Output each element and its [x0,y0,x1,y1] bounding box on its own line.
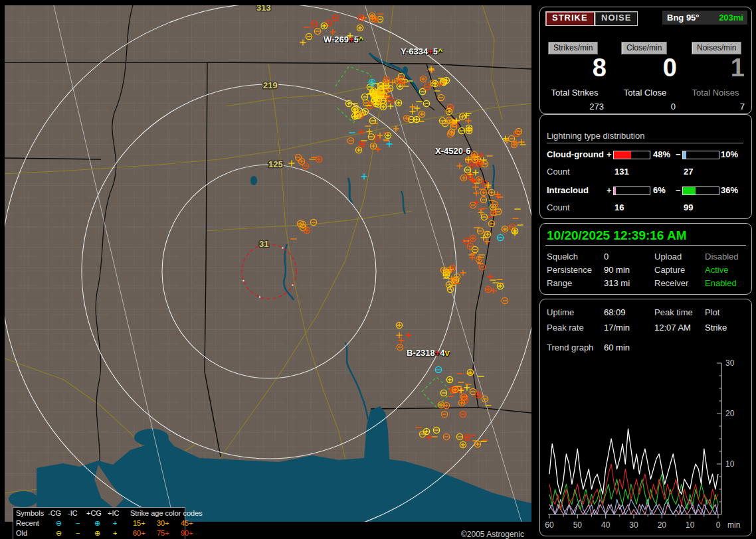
plus-sign: + [607,149,612,159]
legend-age-code: 15+ [133,518,145,528]
trend-graph: 1020306050403020100min [540,358,751,534]
status-value: Enabled [705,278,737,288]
trend-series--cg [549,499,718,514]
status-value: 313 mi [604,278,630,288]
legend-symbol-icon: ⊖ [56,518,62,528]
divider [545,245,746,246]
legend-age-code: 30+ [157,518,169,528]
cg-plus-count: 131 [614,167,629,177]
legend-row-label: Old [16,528,27,538]
ic-count-label: Count [547,202,570,212]
noise-mode-button[interactable]: NOISE [595,11,638,26]
trend-graph-label: Trend graph [547,343,593,352]
strike-mode-button[interactable]: STRIKE [545,11,595,26]
bearing-label: Bng 95° [667,11,700,25]
status-panel: 10/20/2025 12:39:16 AM Squelch0UploadDis… [539,223,752,295]
peak-rate-label: Peak rate [547,323,584,333]
noises-per-min-chip: Noises/min [692,42,741,54]
noises-per-min-value: 1 [681,54,745,82]
plot-label: Plot [705,307,719,317]
ic-plus-pct: 6% [653,185,666,195]
total-strikes-value: 273 [540,102,604,112]
svg-text:125: 125 [268,159,283,169]
uptime-label: Uptime [547,307,574,317]
legend-symbol-icon: ⊕ [94,528,100,538]
status-label-receiver: Receiver [654,278,688,288]
legend-age-title: Strike age color codes [130,508,203,518]
trend-series-total [549,429,718,495]
svg-text:10: 10 [725,459,735,469]
legend-row-label: Recent [16,518,39,528]
distribution-panel: Lightning type distribution Cloud-ground… [539,114,752,219]
svg-text:30: 30 [629,520,638,530]
minus-sign: − [676,185,681,195]
cg-count-label: Count [547,167,570,177]
cg-minus-bar [682,151,719,159]
trend-window-value: 60 min [604,343,630,352]
peak-time-label: Peak time [654,307,693,317]
strikes-per-min-value: 8 [543,54,607,82]
legend-age-code: 45+ [181,518,193,528]
peak-rate-value: 17/min [604,323,630,333]
status-label-range: Range [547,278,572,288]
ic-plus-bar [613,187,650,195]
legend-age-code: 75+ [157,528,169,538]
counter-panel: STRIKE NOISE Bng 95° 203mi Strikes/min C… [539,7,752,114]
map-canvas[interactable]: 12521931331 [5,5,531,522]
status-label-upload: Upload [654,252,682,262]
close-per-min-value: 0 [613,54,677,82]
status-value: 90 min [604,265,630,275]
storm-cell-label: Y-6334+5^ [401,46,443,56]
ic-minus-bar [682,187,719,195]
cg-plus-bar-fill [614,151,631,159]
storm-cell-label: B-2318+4v [407,348,450,358]
svg-text:20: 20 [658,520,667,530]
strike-legend: Symbols -CG -IC +CG +IC Strike age color… [13,507,185,539]
strikes-per-min-chip: Strikes/min [548,42,598,54]
status-label-squelch: Squelch [547,252,578,262]
ic-minus-pct: 36% [721,185,738,195]
svg-text:20: 20 [725,409,735,418]
svg-text:10: 10 [686,520,695,530]
storm-cell-label: W-269+5^ [324,35,363,44]
legend-age-code: 60+ [133,528,145,538]
cg-minus-count: 27 [684,167,693,177]
legend-symbol-icon: ⊖ [56,528,62,538]
legend-symbols-header: Symbols [16,508,44,518]
svg-text:313: 313 [256,5,271,13]
legend-cg-minus-header: -CG [48,508,61,518]
status-value: Active [705,265,728,275]
legend-cg-plus-header: +CG [86,508,102,518]
legend-symbol-icon: − [76,518,80,528]
status-value: 0 [604,252,609,262]
legend-age-code: 90+ [181,528,193,538]
svg-text:219: 219 [263,80,278,90]
status-value: Disabled [705,252,739,262]
total-noises-value: 7 [681,102,745,112]
legend-ic-plus-header: +IC [108,508,119,518]
status-label-persistence: Persistence [547,265,592,275]
bearing-distance: 203mi [719,11,743,25]
distribution-header: Lightning type distribution [547,131,743,143]
ic-plus-bar-fill [614,187,616,194]
total-close-label: Total Close [613,88,677,98]
plus-sign: + [607,185,612,195]
trend-panel: Uptime 68:09 Peak time Plot Peak rate 17… [539,299,752,536]
cg-plus-pct: 48% [653,149,670,159]
bearing-readout: Bng 95° 203mi [662,11,747,25]
svg-text:31: 31 [259,239,268,249]
uptime-value: 68:09 [604,307,626,317]
svg-text:0: 0 [716,520,721,530]
lightning-map[interactable]: 12521931331 W-269+5^Y-6334+5^X-4520-6B-2… [5,5,531,522]
total-close-value: 0 [612,102,676,112]
copyright-text: ©2005 Astrogenic Systems [461,530,531,539]
cg-minus-pct: 10% [721,149,738,159]
ic-plus-count: 16 [614,202,624,212]
legend-symbol-icon: + [113,518,117,528]
legend-symbol-icon: + [113,528,117,538]
cloud-ground-label: Cloud-ground [547,149,604,159]
datetime-display: 10/20/2025 12:39:16 AM [547,228,687,243]
svg-text:40: 40 [601,520,611,530]
legend-symbol-icon: − [76,528,80,538]
svg-text:30: 30 [725,358,735,368]
